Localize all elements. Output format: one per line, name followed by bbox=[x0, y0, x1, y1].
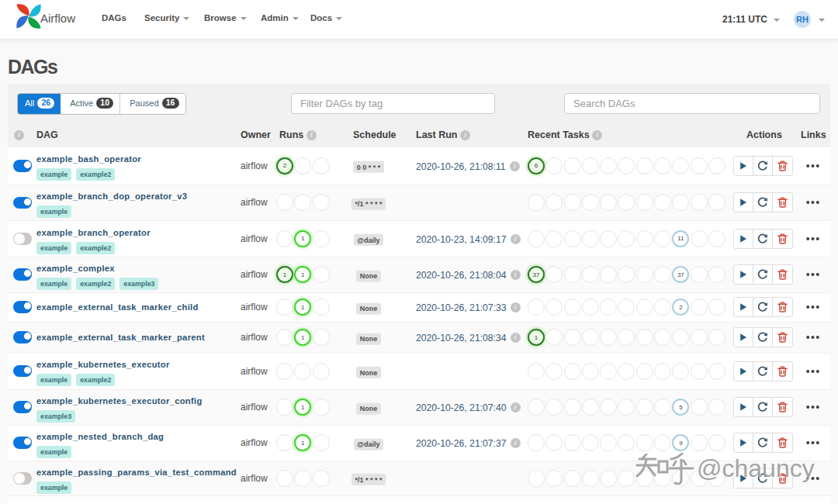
svg-text:@chauncy: @chauncy bbox=[697, 454, 815, 482]
